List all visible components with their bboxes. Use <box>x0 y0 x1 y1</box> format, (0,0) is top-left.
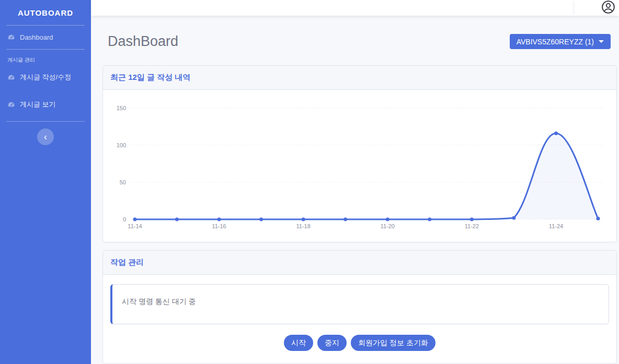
status-message-box: 시작 명령 통신 대기 중 <box>110 284 609 324</box>
app-brand[interactable]: AUTOBOARD <box>0 0 91 25</box>
sidebar-item-label: 게시글 작성/수정 <box>20 73 71 82</box>
topbar-divider <box>574 1 574 15</box>
svg-text:11-18: 11-18 <box>296 223 311 229</box>
svg-text:0: 0 <box>123 216 126 222</box>
tachometer-icon <box>7 74 15 81</box>
svg-text:150: 150 <box>117 105 126 111</box>
tachometer-icon <box>7 101 15 109</box>
sidebar-item-post-edit[interactable]: 게시글 작성/수정 <box>0 65 91 90</box>
sidebar-item-label: 게시글 보기 <box>20 100 56 109</box>
page-content: DashBoard AVBIVS5Z60REYZZ (1) 최근 12일 글 작… <box>91 16 619 364</box>
page-head: DashBoard AVBIVS5Z60REYZZ (1) <box>102 33 617 50</box>
user-circle-icon <box>601 0 615 16</box>
tachometer-icon <box>7 33 15 41</box>
sidebar-divider <box>6 121 85 122</box>
device-dropdown-label: AVBIVS5Z60REYZZ (1) <box>517 38 594 46</box>
chart-card: 최근 12일 글 작성 내역 05010015011-1411-1611-181… <box>102 65 617 242</box>
posts-line-chart: 05010015011-1411-1611-1811-2011-2211-24 <box>103 90 616 242</box>
sidebar-item-label: Dashboard <box>20 33 53 41</box>
svg-text:11-24: 11-24 <box>549 223 563 229</box>
main-area: DashBoard AVBIVS5Z60REYZZ (1) 최근 12일 글 작… <box>91 0 619 364</box>
svg-text:50: 50 <box>120 179 126 185</box>
device-dropdown-button[interactable]: AVBIVS5Z60REYZZ (1) <box>510 34 611 49</box>
status-message: 시작 명령 통신 대기 중 <box>122 297 196 306</box>
svg-text:11-22: 11-22 <box>465 223 479 229</box>
chart-card-title: 최근 12일 글 작성 내역 <box>103 66 616 90</box>
reset-signup-info-button[interactable]: 회원가입 정보 초기화 <box>351 335 435 351</box>
chevron-left-icon: ‹ <box>44 132 47 142</box>
sidebar-item-post-view[interactable]: 게시글 보기 <box>0 92 91 117</box>
topbar <box>91 0 619 16</box>
sidebar: AUTOBOARD Dashboard 게시글 관리 게시글 작성/수정 게시글… <box>0 0 91 364</box>
user-menu-button[interactable] <box>601 0 615 16</box>
sidebar-collapse-button[interactable]: ‹ <box>37 128 54 145</box>
stop-button[interactable]: 중지 <box>317 335 347 351</box>
page-title: DashBoard <box>108 33 178 50</box>
svg-text:11-16: 11-16 <box>212 223 226 229</box>
sidebar-item-dashboard[interactable]: Dashboard <box>0 26 91 49</box>
caret-down-icon <box>599 40 604 43</box>
line-chart-svg: 05010015011-1411-1611-1811-2011-2211-24 <box>103 90 616 242</box>
task-card-body: 시작 명령 통신 대기 중 시작 중지 회원가입 정보 초기화 <box>103 275 616 363</box>
sidebar-section-heading: 게시글 관리 <box>0 50 91 65</box>
svg-text:11-14: 11-14 <box>128 223 142 229</box>
svg-text:11-20: 11-20 <box>381 223 395 229</box>
task-buttons-row: 시작 중지 회원가입 정보 초기화 <box>110 335 609 351</box>
app-window: AUTOBOARD Dashboard 게시글 관리 게시글 작성/수정 게시글… <box>0 0 619 364</box>
task-card-title: 작업 관리 <box>103 251 616 275</box>
svg-text:100: 100 <box>117 142 126 148</box>
task-card: 작업 관리 시작 명령 통신 대기 중 시작 중지 회원가입 정보 초기화 <box>102 250 617 364</box>
start-button[interactable]: 시작 <box>284 335 313 351</box>
